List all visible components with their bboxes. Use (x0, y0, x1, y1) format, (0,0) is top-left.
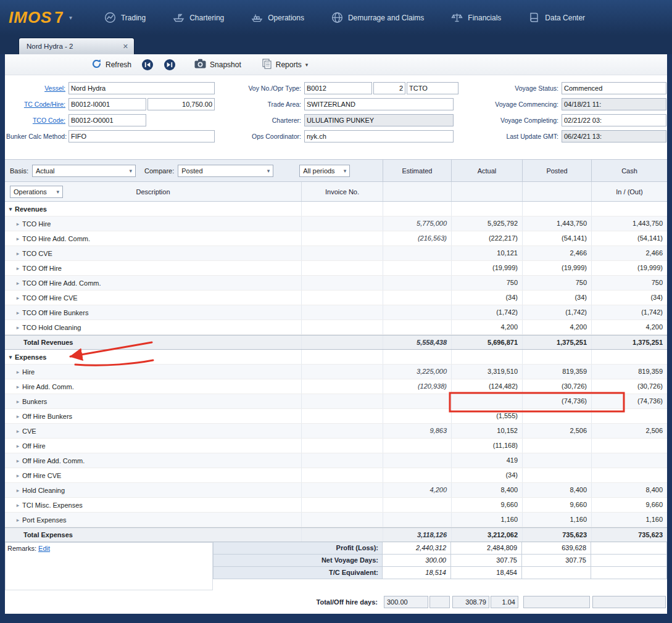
bunker-calc-method-input[interactable] (68, 130, 215, 142)
summary-posted: 307.75 (522, 555, 591, 567)
first-voyage-button[interactable] (141, 59, 154, 71)
expand-icon[interactable] (14, 428, 22, 434)
expand-icon[interactable] (14, 443, 22, 449)
tc-code-hire-label[interactable]: TC Code/Hire: (6, 101, 68, 108)
remarks-edit-link[interactable]: Edit (38, 545, 50, 552)
tc-code-input[interactable] (68, 98, 146, 110)
days-actual-cell: 308.79 1.04 (451, 595, 522, 609)
expand-icon[interactable] (14, 295, 22, 301)
pnl-row[interactable]: TCI Misc. Expenses 9,660 9,660 9,660 (5, 498, 667, 513)
expand-icon[interactable] (14, 236, 22, 242)
pnl-cell-actual: 5,925,792 (451, 217, 522, 231)
voyage-commencing-input[interactable] (562, 98, 666, 110)
ops-coordinator-input[interactable] (304, 130, 454, 142)
expand-icon[interactable] (14, 324, 22, 331)
pnl-row[interactable]: Off Hire CVE (34) (5, 468, 667, 483)
pnl-row[interactable]: Revenues (5, 202, 667, 217)
menu-item-financials[interactable]: Financials (451, 12, 501, 23)
pnl-row[interactable]: TCO Off Hire CVE (34) (34) (34) (5, 291, 667, 305)
pnl-cell-estimated: 4,200 (383, 483, 451, 497)
pnl-row[interactable]: Total Revenues 5,558,438 5,696,871 1,375… (5, 335, 667, 350)
pnl-cell-invoice (301, 276, 383, 290)
voy-no-input[interactable] (304, 82, 372, 94)
voy-seq-input[interactable] (373, 82, 405, 94)
pnl-row[interactable]: TCO Hire Add. Comm. (216,563) (222,217) … (5, 231, 667, 246)
expand-icon[interactable] (14, 369, 22, 375)
pnl-cell-posted: 9,660 (522, 498, 591, 512)
last-update-gmt-input[interactable] (562, 130, 666, 142)
expand-icon[interactable] (6, 206, 15, 212)
pnl-cell-invoice (301, 409, 383, 423)
pnl-cell-invoice (301, 379, 383, 394)
expand-icon[interactable] (14, 502, 22, 508)
refresh-button[interactable]: Refresh (91, 59, 131, 71)
expand-icon[interactable] (14, 472, 22, 479)
pnl-row[interactable]: Off Hire (11,168) (5, 439, 667, 453)
last-voyage-button[interactable] (164, 59, 176, 71)
summary-cash (591, 542, 667, 555)
basis-select[interactable]: Actual (32, 165, 136, 177)
pnl-row[interactable]: Hold Cleaning 4,200 8,400 8,400 8,400 (5, 483, 667, 498)
pnl-row[interactable]: Off Hire Bunkers (1,555) (5, 409, 667, 424)
pnl-row[interactable]: Expenses (5, 350, 667, 365)
periods-select[interactable]: All periods (299, 165, 350, 177)
pnl-row[interactable]: TCO Hire 5,775,000 5,925,792 1,443,750 1… (5, 217, 667, 231)
pnl-cell-estimated (383, 409, 451, 423)
tco-code-label[interactable]: TCO Code: (6, 117, 68, 124)
description-header-cell: Operations Description (5, 182, 301, 201)
pnl-cell-cash: (34) (591, 291, 667, 305)
expand-icon[interactable] (14, 458, 22, 464)
pnl-row[interactable]: Bunkers (74,736) (74,736) (5, 394, 667, 409)
expand-icon[interactable] (14, 413, 22, 419)
expand-icon[interactable] (14, 517, 22, 523)
imos-logo[interactable]: IMOS 7 (9, 8, 72, 27)
expand-icon[interactable] (14, 384, 22, 390)
menu-item-operations[interactable]: Operations (251, 12, 304, 23)
menu-item-chartering[interactable]: Chartering (173, 12, 224, 23)
pnl-row-label: Hire Add. Comm. (22, 383, 74, 390)
pnl-row[interactable]: Hire 3,225,000 3,319,510 819,359 819,359 (5, 365, 667, 379)
pnl-row-label: TCO Off Hire (22, 265, 62, 272)
expand-icon[interactable] (14, 221, 22, 227)
snapshot-button[interactable]: Snapshot (194, 59, 241, 70)
expand-icon[interactable] (14, 280, 22, 286)
expand-icon[interactable] (14, 250, 22, 257)
logo-dropdown-caret-icon[interactable] (69, 14, 72, 21)
pnl-cell-description: TCO CVE (5, 246, 301, 260)
pnl-row[interactable]: TCO Hold Cleaning 4,200 4,200 4,200 (5, 320, 667, 335)
pnl-cell-actual (451, 350, 522, 364)
tc-hire-rate-input[interactable] (147, 98, 215, 110)
tab-close-icon[interactable] (123, 43, 128, 51)
menu-item-demurrage-and-claims[interactable]: Demurrage and Claims (331, 12, 424, 23)
voyage-completing-input[interactable] (562, 114, 666, 126)
voyage-status-input[interactable] (562, 82, 666, 94)
pnl-row[interactable]: CVE 9,863 10,152 2,506 2,506 (5, 424, 667, 439)
menu-item-data-center[interactable]: Data Center (528, 12, 585, 23)
pnl-row[interactable]: TCO CVE 10,121 2,466 2,466 (5, 246, 667, 261)
vessel-input[interactable] (68, 82, 215, 94)
pnl-row-label: TCO Hold Cleaning (22, 324, 81, 331)
vessel-label[interactable]: Vessel: (6, 85, 68, 92)
days-cash-cell (591, 595, 667, 609)
compare-select[interactable]: Posted (178, 165, 273, 177)
expand-icon[interactable] (14, 310, 22, 316)
menu-item-trading[interactable]: Trading (104, 12, 146, 23)
pnl-row[interactable]: Off Hire Add. Comm. 419 (5, 453, 667, 468)
pnl-row[interactable]: Hire Add. Comm. (120,938) (124,482) (30,… (5, 379, 667, 394)
expand-icon[interactable] (6, 354, 15, 360)
reports-button[interactable]: Reports (262, 59, 309, 71)
tab-nord-hydra-2[interactable]: Nord Hydra - 2 (19, 38, 135, 54)
expand-icon[interactable] (14, 487, 22, 493)
opr-type-input[interactable] (407, 82, 458, 94)
trade-area-input[interactable] (304, 98, 454, 110)
tco-code-input[interactable] (68, 114, 146, 126)
pnl-row[interactable]: TCO Off Hire Bunkers (1,742) (1,742) (1,… (5, 305, 667, 320)
pnl-row[interactable]: Total Expenses 3,118,126 3,212,062 735,6… (5, 527, 667, 542)
expand-icon[interactable] (14, 398, 22, 405)
pnl-row[interactable]: TCO Off Hire (19,999) (19,999) (19,999) (5, 261, 667, 276)
charterer-input[interactable] (304, 114, 454, 126)
pnl-row[interactable]: TCO Off Hire Add. Comm. 750 750 750 (5, 276, 667, 291)
pnl-row[interactable]: Port Expenses 1,160 1,160 1,160 (5, 513, 667, 527)
expand-icon[interactable] (14, 265, 22, 271)
pnl-cell-description: Revenues (5, 202, 301, 216)
